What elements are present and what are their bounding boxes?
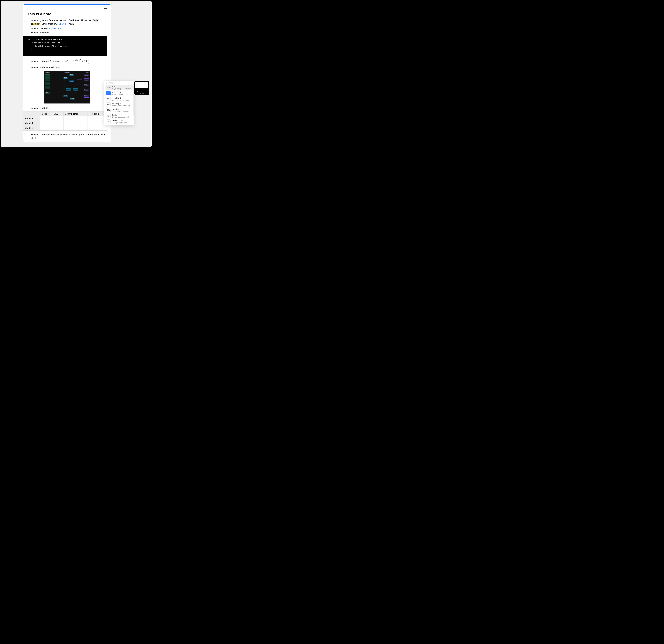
- preview-body: Today was the day that I discov Modus, i…: [135, 82, 148, 88]
- img-node: Concept 1: [63, 77, 68, 80]
- table-cell[interactable]: [63, 121, 87, 126]
- table-cell[interactable]: [87, 126, 107, 130]
- expand-icon[interactable]: [27, 7, 29, 10]
- preview-caption: Start your research.: [135, 91, 148, 92]
- table-header-row: MRR DAU Growth Rate Retention: [23, 111, 107, 116]
- popup-item-title: Heading 3: [112, 108, 129, 110]
- popup-item-h1[interactable]: H1 Heading 1Large section heading.: [105, 96, 133, 102]
- popup-item-h3[interactable]: H3 Heading 3Small section heading.: [105, 107, 133, 113]
- img-node: Book 2: [45, 78, 50, 82]
- popup-item-desc: Medium section heading.: [112, 105, 131, 107]
- table-cell[interactable]: [40, 121, 52, 126]
- bullet-mention[interactable]: You can mention another card: [31, 27, 107, 30]
- table-cell[interactable]: [52, 121, 64, 126]
- img-node: Article 2: [84, 79, 89, 81]
- preview-shortcut: ⌘+⌥+0: [135, 93, 148, 94]
- popup-item-desc: Highlight key points.: [112, 122, 127, 124]
- img-node: Essay 1: [84, 89, 89, 91]
- table-cell[interactable]: [40, 126, 52, 130]
- img-node: Concept 4: [69, 98, 75, 100]
- img-node: Concept 2: [69, 74, 74, 76]
- bullet-others[interactable]: You can add many other things such as to…: [31, 133, 107, 140]
- h1-icon: H1: [106, 97, 111, 101]
- popup-item-todo[interactable]: To-Do ListTrack tasks with to-dos.: [105, 90, 133, 96]
- bullet-styles[interactable]: You can type in different styles, such B…: [31, 19, 107, 26]
- code-block[interactable]: function handleKeydown(event) { if (even…: [23, 36, 107, 56]
- popup-item-bullet-list[interactable]: Bulleted ListHighlight key points.: [105, 119, 133, 125]
- img-node: Lecture 1: [45, 82, 50, 85]
- style-strike: Strike-through: [42, 23, 56, 25]
- style-underline: Underline: [81, 19, 91, 22]
- style-highlight: Highlight: [31, 23, 40, 25]
- popup-item-desc: Simple tabular content.: [112, 116, 129, 118]
- style-math: Math: [69, 23, 74, 25]
- math-formula: ut − u∗t = −β (Yt−Yt∗Yt∗ × 100): [61, 58, 89, 65]
- style-italic: Italic: [75, 19, 80, 22]
- img-col-understanding: Understanding: [64, 72, 70, 73]
- style-hyperlink[interactable]: Hyperlink: [57, 23, 67, 25]
- img-node: Lecture 2: [45, 86, 50, 88]
- img-node: Video 1: [45, 92, 50, 94]
- popup-item-title: Table: [112, 114, 129, 116]
- mention-link[interactable]: another card: [48, 27, 61, 30]
- popup-header: Elements: [106, 82, 132, 84]
- elements-popup: Elements Aa TextBegin with your research…: [104, 81, 134, 125]
- h3-icon: H3: [106, 108, 111, 112]
- popup-item-h2[interactable]: H2 Heading 2Medium section heading.: [105, 102, 133, 107]
- table-header[interactable]: [23, 111, 40, 116]
- popup-preview-card: Today was the day that I discov Modus, i…: [134, 81, 149, 95]
- style-code: Code: [92, 19, 99, 22]
- note-card[interactable]: ••• This is a note You can type in diffe…: [23, 4, 111, 142]
- table-cell[interactable]: [63, 116, 87, 121]
- popup-scrollbar[interactable]: [133, 84, 133, 115]
- text-icon: Aa: [106, 85, 111, 90]
- data-table[interactable]: MRR DAU Growth Rate Retention Month 1 Mo…: [23, 111, 107, 131]
- popup-item-title: To-Do List: [112, 91, 130, 93]
- img-node: Doc 1: [84, 84, 89, 86]
- popup-item-desc: Begin with your research.: [112, 88, 131, 90]
- img-node: Concept 3: [63, 95, 68, 97]
- note-body-list-2[interactable]: You can add math formulas: ut − u∗t = −β…: [27, 58, 107, 69]
- popup-item-title: Heading 2: [112, 103, 131, 105]
- bullet-math[interactable]: You can add math formulas: ut − u∗t = −β…: [31, 58, 107, 65]
- popup-item-text[interactable]: Aa TextBegin with your research.: [105, 85, 133, 90]
- img-col-resources: Resources: [45, 72, 50, 73]
- img-node: Concept 6: [69, 80, 74, 82]
- popup-item-desc: Large section heading.: [112, 99, 129, 101]
- img-col-output: Output: [86, 72, 89, 73]
- table-header[interactable]: MRR: [40, 111, 52, 116]
- table-header[interactable]: Growth Rate: [63, 111, 87, 116]
- img-node: Book 1: [45, 74, 50, 78]
- popup-item-title: Heading 1: [112, 97, 129, 99]
- popup-item-title: Text: [112, 86, 131, 88]
- table-cell[interactable]: [63, 126, 87, 130]
- table-header[interactable]: DAU: [52, 111, 64, 116]
- table-row: Month 1: [23, 116, 107, 121]
- table-cell[interactable]: [40, 116, 52, 121]
- table-row-header[interactable]: Month 1: [23, 116, 40, 121]
- svg-point-2: [108, 122, 108, 122]
- bullet-code-intro[interactable]: You can write code: [31, 31, 107, 35]
- table-icon: [106, 114, 111, 118]
- table-row-header[interactable]: Month 2: [23, 121, 40, 126]
- table-cell[interactable]: [52, 116, 64, 121]
- table-row: Month 2: [23, 121, 107, 126]
- bullet-tables[interactable]: You can add tables.: [31, 106, 107, 110]
- popup-item-desc: Track tasks with to-dos.: [112, 93, 130, 95]
- style-bold: Bold: [69, 19, 74, 22]
- table-row-header[interactable]: Month 3: [23, 126, 40, 130]
- bullet-list-icon: [106, 120, 111, 124]
- table-cell[interactable]: [52, 126, 64, 130]
- popup-item-desc: Small section heading.: [112, 110, 129, 112]
- svg-point-3: [108, 122, 108, 122]
- code-fn-call: handleDropzoneClick: [35, 45, 58, 47]
- table-row: Month 3: [23, 126, 107, 130]
- more-icon[interactable]: •••: [104, 7, 107, 10]
- todo-icon: [106, 91, 111, 95]
- bullet-images[interactable]: You can add images & videos: [31, 65, 107, 69]
- note-title[interactable]: This is a note: [27, 12, 107, 16]
- note-body-list[interactable]: You can type in different styles, such B…: [27, 19, 107, 35]
- popup-item-table[interactable]: TableSimple tabular content.: [105, 113, 133, 119]
- img-node: Report 1: [84, 95, 89, 98]
- embedded-image[interactable]: Resources Understanding Output Book 1 Bo…: [44, 71, 90, 104]
